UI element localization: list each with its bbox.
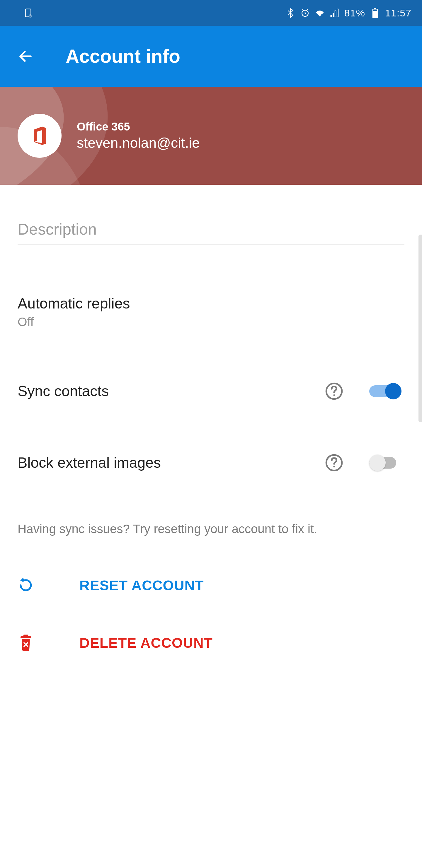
svg-rect-6	[337, 9, 338, 17]
avatar	[18, 114, 62, 158]
svg-rect-9	[373, 9, 377, 11]
reset-icon	[18, 577, 34, 593]
svg-rect-4	[333, 13, 334, 17]
svg-rect-7	[374, 8, 376, 9]
block-external-images-label: Block external images	[18, 454, 161, 471]
battery-icon	[370, 8, 380, 18]
block-external-images-row: Block external images	[18, 453, 404, 472]
status-left	[24, 8, 33, 18]
reset-account-label: RESET ACCOUNT	[79, 578, 204, 593]
content: Automatic replies Off Sync contacts Bloc…	[0, 185, 422, 651]
signal-icon	[330, 8, 339, 18]
automatic-replies-label: Automatic replies	[18, 295, 404, 312]
account-banner: Office 365 steven.nolan@cit.ie	[0, 87, 422, 185]
account-type: Office 365	[77, 121, 200, 133]
status-bar: 81% 11:57	[0, 0, 422, 26]
description-input[interactable]	[18, 220, 404, 245]
automatic-replies-row[interactable]: Automatic replies Off	[18, 295, 404, 329]
app-bar: Account info	[0, 26, 422, 87]
sync-contacts-row: Sync contacts	[18, 382, 404, 401]
svg-point-13	[333, 466, 335, 467]
battery-percent: 81%	[344, 7, 365, 19]
block-external-images-toggle[interactable]	[366, 453, 404, 472]
svg-rect-5	[335, 11, 336, 17]
wifi-icon	[315, 8, 324, 18]
help-icon[interactable]	[325, 382, 344, 401]
account-info: Office 365 steven.nolan@cit.ie	[77, 121, 200, 151]
sync-contacts-label: Sync contacts	[18, 383, 109, 400]
delete-account-label: DELETE ACCOUNT	[79, 635, 213, 651]
alarm-icon	[300, 8, 310, 18]
reset-account-button[interactable]: RESET ACCOUNT	[18, 577, 404, 593]
sync-hint: Having sync issues? Try resetting your a…	[18, 522, 404, 536]
help-icon[interactable]	[325, 453, 344, 472]
sync-contacts-toggle[interactable]	[366, 382, 404, 401]
svg-marker-14	[20, 578, 23, 582]
delete-account-button[interactable]: DELETE ACCOUNT	[18, 634, 404, 651]
tablet-icon	[24, 8, 33, 18]
svg-rect-15	[21, 636, 31, 638]
automatic-replies-value: Off	[18, 315, 404, 329]
account-email: steven.nolan@cit.ie	[77, 135, 200, 151]
trash-icon	[18, 634, 34, 651]
office-icon	[30, 125, 48, 146]
page-title: Account info	[66, 45, 180, 67]
status-right: 81% 11:57	[286, 7, 412, 19]
svg-rect-16	[24, 634, 28, 636]
svg-point-11	[333, 395, 335, 396]
back-icon[interactable]	[18, 49, 33, 64]
clock: 11:57	[385, 7, 412, 19]
scrollbar[interactable]	[419, 235, 422, 422]
svg-rect-3	[330, 15, 332, 17]
bluetooth-icon	[286, 8, 295, 18]
